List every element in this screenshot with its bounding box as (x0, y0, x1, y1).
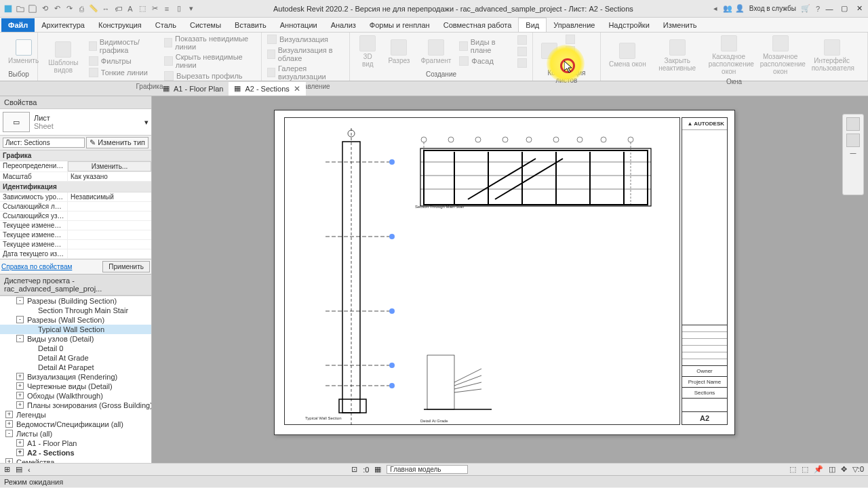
3dview-button[interactable]: 3D вид (354, 34, 382, 69)
tree-item[interactable]: -Виды узлов (Detail) (0, 334, 151, 344)
dup-button[interactable] (516, 35, 528, 45)
tab-architecture[interactable]: Архитектура (35, 18, 92, 32)
design-options-dropdown[interactable]: Главная модель (387, 465, 468, 474)
cut-profile-button[interactable]: Вырезать профиль (163, 70, 257, 81)
prop-value[interactable] (68, 230, 151, 239)
expand-icon[interactable]: + (16, 449, 24, 456)
prop-value[interactable]: Независимый (68, 192, 151, 201)
measure-icon[interactable]: 📏 (88, 3, 99, 14)
fullnav-icon[interactable] (846, 117, 860, 131)
close-button[interactable]: ✕ (853, 3, 865, 14)
render-button[interactable]: Визуализация (266, 34, 345, 45)
expand-icon[interactable]: - (16, 316, 24, 323)
model-icon[interactable]: ▦ (374, 465, 381, 474)
tree-item[interactable]: Section Through Main Stair (0, 306, 151, 315)
tab-file[interactable]: Файл (1, 18, 35, 32)
tree-item[interactable]: +Планы зонирования (Gross Building) (0, 401, 151, 410)
tab-steel[interactable]: Сталь (149, 18, 183, 32)
maximize-button[interactable]: ▢ (838, 3, 850, 14)
drawing-canvas[interactable]: Section Through Main Stair (152, 96, 868, 463)
modify-button[interactable]: Изменить (4, 38, 43, 66)
elevation-button[interactable]: Фасад (458, 56, 513, 66)
nav-back-icon[interactable]: ‹ (28, 466, 31, 474)
search-icon[interactable]: ◂ (710, 3, 721, 14)
tile-button[interactable]: Мозаичное расположение окон (756, 34, 805, 77)
select-pinned-icon[interactable]: 📌 (814, 465, 823, 474)
open-icon[interactable] (15, 3, 26, 14)
tab-addins[interactable]: Надстройки (601, 18, 656, 32)
sheet-button[interactable] (537, 41, 561, 60)
tree-item[interactable]: -Разрезы (Wall Section) (0, 315, 151, 325)
chevron-down-icon[interactable]: ▾ (144, 118, 149, 127)
zoom-value[interactable]: :0 (363, 466, 369, 474)
title-button[interactable] (564, 45, 576, 56)
close-tab-icon[interactable]: ✕ (294, 84, 300, 94)
expand-icon[interactable]: + (16, 439, 24, 447)
cloud-render-button[interactable]: Визуализация в облаке (266, 45, 345, 63)
prop-value[interactable] (68, 240, 151, 249)
expand-icon[interactable]: + (16, 392, 24, 399)
apply-button[interactable]: Применить (102, 261, 150, 272)
render-gallery-button[interactable]: Галерея визуализации (266, 64, 345, 81)
instance-filter[interactable]: Лист: Sections (3, 138, 85, 148)
prop-value-button[interactable]: Изменить... (68, 161, 151, 171)
text-icon[interactable]: A (125, 3, 136, 14)
planviews-button[interactable]: Виды в плане (458, 37, 513, 55)
select-underlay-icon[interactable]: ⬚ (802, 465, 808, 474)
prop-value[interactable] (68, 249, 151, 258)
cascade-button[interactable]: Каскадное расположение окон (705, 34, 753, 77)
help-icon[interactable]: ? (812, 3, 823, 14)
type-selector[interactable]: ▭ ЛистSheet ▾ (0, 109, 151, 136)
switchwin-icon[interactable]: ▾ (186, 3, 197, 14)
sched-button[interactable] (516, 58, 528, 68)
visibility-button[interactable]: Видимость/ графика (87, 37, 160, 55)
properties-help-link[interactable]: Справка по свойствам (1, 263, 72, 270)
tree-item[interactable]: +Ведомости/Спецификации (all) (0, 420, 151, 429)
tab-collaborate[interactable]: Совместная работа (437, 18, 519, 32)
show-hidden-button[interactable]: Показать невидимые линии (163, 34, 257, 52)
edit-type-button[interactable]: ✎ Изменить тип (86, 137, 149, 148)
revit-icon[interactable] (3, 3, 14, 14)
tree-item[interactable]: Detail 0 (0, 344, 151, 353)
doc-tab-a1[interactable]: ▦A1 - Floor Plan (157, 82, 229, 95)
keyshot-icon[interactable]: 👥 (722, 3, 733, 14)
worksets-icon[interactable]: ⊡ (351, 465, 357, 474)
tab-massing[interactable]: Формы и генплан (363, 18, 437, 32)
tree-item[interactable]: Detail At Grade (0, 353, 151, 363)
thinlines-icon[interactable]: ≡ (161, 3, 172, 14)
prop-value[interactable] (68, 202, 151, 211)
tab-annotate[interactable]: Аннотации (273, 18, 324, 32)
prop-value[interactable] (68, 211, 151, 220)
section-viewport-wall[interactable] (305, 128, 400, 426)
expand-icon[interactable]: - (16, 335, 24, 342)
tree-item[interactable]: +Чертежные виды (Detail) (0, 382, 151, 391)
tree-item[interactable]: +A1 - Floor Plan (0, 439, 151, 448)
switch-windows-button[interactable]: Смена окон (605, 41, 650, 69)
select-face-icon[interactable]: ◫ (829, 465, 835, 474)
sync-icon[interactable]: ⟲ (39, 3, 50, 14)
tree-item[interactable]: +Обходы (Walkthrough) (0, 391, 151, 401)
tab-insert[interactable]: Вставить (228, 18, 273, 32)
user-icon[interactable]: 👤 (734, 3, 745, 14)
tree-item[interactable]: +Семейства (0, 458, 151, 463)
expand-icon[interactable]: + (16, 401, 24, 409)
tab-manage[interactable]: Управление (547, 18, 601, 32)
tree-item[interactable]: +Легенды (0, 410, 151, 420)
select-links-icon[interactable]: ⬚ (789, 465, 796, 474)
ui-button[interactable]: Интерфейс пользователя (808, 38, 856, 73)
filters-button[interactable]: Фильтры (87, 56, 160, 66)
closeinactive-icon[interactable]: ▯ (174, 3, 184, 14)
tab-analyze[interactable]: Анализ (324, 18, 363, 32)
expand-icon[interactable]: + (5, 458, 13, 463)
hide-hidden-button[interactable]: Скрыть невидимые линии (163, 52, 257, 70)
signin-link[interactable]: Вход в службы (747, 5, 799, 12)
drag-icon[interactable]: ✥ (841, 465, 847, 474)
project-browser[interactable]: -Разрезы (Building Section)Section Throu… (0, 296, 151, 463)
zoom-icon[interactable] (846, 134, 860, 147)
view-button[interactable] (564, 34, 576, 45)
dimension-icon[interactable]: ↔ (100, 3, 111, 14)
print-icon[interactable]: ⎙ (76, 3, 87, 14)
view-templates-button[interactable]: Шаблоны видов (42, 40, 85, 75)
tree-item[interactable]: Detail At Parapet (0, 363, 151, 372)
tree-item[interactable]: -Разрезы (Building Section) (0, 296, 151, 306)
